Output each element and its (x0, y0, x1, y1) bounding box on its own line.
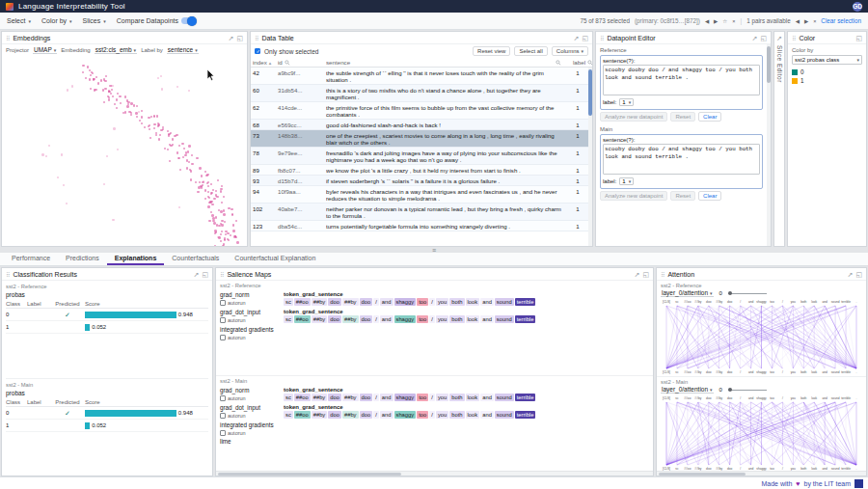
drag-handle-icon[interactable]: ⠿ (6, 35, 10, 41)
autorun-checkbox[interactable] (220, 317, 226, 323)
autorun-checkbox[interactable] (220, 335, 226, 340)
color-by-select[interactable]: sst2 probas class ▾ (792, 55, 862, 65)
head-slider[interactable] (728, 390, 767, 391)
editor-groups: Referencesentence(?):scooby dooby doo / … (596, 44, 771, 246)
sentence-textarea[interactable]: scooby dooby doo / and shaggy too / you … (603, 65, 760, 95)
table-row[interactable]: 10240abe7...neither parker nor donovan i… (251, 204, 592, 221)
salience-method-cell: grad_normautorun (220, 387, 284, 402)
maximize-icon[interactable]: ◱ (760, 35, 767, 41)
sentence-textarea[interactable]: scooby dooby doo / and shaggy too / you … (603, 144, 760, 175)
column-header-sentence[interactable]: sentence (326, 59, 573, 66)
popout-icon[interactable]: ↗ (635, 271, 640, 278)
table-row[interactable]: 89fb8c07...we know the plot 's a little … (251, 165, 592, 176)
scrollbar-thumb[interactable] (659, 473, 746, 475)
color-by-menu[interactable]: Color by ▾ (41, 17, 72, 24)
table-row[interactable]: 42a9bc9f...the subtle strength of `` ell… (251, 68, 592, 85)
maximize-icon[interactable]: ◱ (236, 35, 243, 41)
clear-button[interactable]: Clear (698, 112, 721, 122)
tab-explanations[interactable]: Explanations (107, 253, 165, 265)
table-row[interactable]: 9410f9aa...byler reveals his characters … (251, 186, 592, 204)
search-icon[interactable] (556, 60, 561, 66)
scrollbar-thumb[interactable] (588, 69, 592, 116)
columns-button[interactable]: Columns▾ (552, 46, 588, 56)
column-header-index[interactable]: index ▴ (253, 59, 278, 66)
table-row[interactable]: 789e79ee...fresnadillo 's dark and jolti… (251, 148, 592, 165)
popout-icon[interactable]: ↗ (229, 35, 234, 41)
drag-handle-icon[interactable]: ⠿ (6, 271, 10, 278)
maximize-icon[interactable]: ◱ (582, 35, 588, 41)
clear-selection-button[interactable]: Clear selection (821, 17, 861, 24)
tab-performance[interactable]: Performance (4, 253, 58, 265)
maximize-icon[interactable]: ◱ (642, 271, 649, 278)
horizontal-scrollbar[interactable] (657, 471, 866, 475)
head-slider[interactable] (728, 293, 767, 294)
autorun-checkbox[interactable] (220, 395, 226, 401)
search-icon[interactable] (285, 60, 290, 66)
drag-handle-icon[interactable]: ⠿ (220, 271, 224, 278)
scrollbar-thumb[interactable] (767, 46, 771, 83)
label-select[interactable]: 1▾ (619, 177, 634, 185)
only-show-selected-checkbox[interactable] (255, 48, 260, 54)
drag-handle-icon[interactable]: ⠿ (661, 271, 665, 278)
autorun-control: autorun (220, 413, 282, 419)
search-icon[interactable] (587, 60, 593, 66)
embedding-select[interactable]: sst2:cls_emb ▾ (95, 46, 137, 54)
drag-handle-icon[interactable]: ⠿ (792, 35, 796, 41)
layer-select[interactable]: layer_0/attention▾ (661, 386, 714, 394)
horizontal-scrollbar[interactable] (216, 471, 653, 475)
clear-button[interactable]: Clear (698, 191, 721, 201)
scrollbar-thumb[interactable] (218, 473, 401, 475)
autorun-checkbox[interactable] (220, 413, 226, 419)
reset-view-button[interactable]: Reset view (473, 46, 510, 56)
drag-handle-icon[interactable]: ⠿ (255, 35, 258, 41)
table-row[interactable]: 93d15b7d...if steven soderbergh 's `` so… (251, 176, 592, 186)
token-chip: sound (495, 394, 514, 401)
table-row[interactable]: 6031db54...this is a story of two misfit… (251, 85, 592, 102)
column-header-id[interactable]: id (278, 59, 326, 66)
layer-select[interactable]: layer_0/attention▾ (661, 289, 714, 297)
table-row[interactable]: 68e569cc...good old-fashioned slash-and-… (251, 120, 592, 130)
projector-select[interactable]: UMAP ▾ (33, 46, 57, 54)
maximize-icon[interactable]: ◱ (855, 271, 862, 278)
label-select[interactable]: 1▾ (619, 98, 634, 106)
user-avatar[interactable]: GD (853, 2, 862, 12)
table-scrollbar[interactable] (588, 68, 592, 246)
unset-primary-icon[interactable]: × (732, 18, 735, 24)
select-all-button[interactable]: Select all (514, 46, 547, 56)
reset-button[interactable]: Reset (670, 191, 695, 201)
autorun-checkbox[interactable] (220, 300, 226, 306)
popout-icon[interactable]: ↗ (194, 271, 200, 278)
table-row[interactable]: 123dba54c...turns potentially forgettabl… (251, 221, 592, 231)
embeddings-scatter[interactable] (2, 56, 247, 246)
maximize-icon[interactable]: ◱ (855, 35, 862, 41)
tab-predictions[interactable]: Predictions (58, 253, 107, 265)
popout-icon[interactable]: ↗ (752, 35, 758, 41)
table-row[interactable]: 73148b38...one of the creepiest , scarie… (251, 130, 592, 148)
tab-counterfactual-explanation[interactable]: Counterfactual Explanation (227, 253, 323, 265)
prev-pair-icon[interactable]: ◀ (796, 18, 800, 24)
reset-button[interactable]: Reset (670, 112, 695, 122)
popout-icon[interactable]: ↗ (848, 271, 854, 278)
tab-counterfactuals[interactable]: Counterfactuals (164, 253, 227, 265)
label-by-select[interactable]: sentence ▾ (167, 46, 199, 54)
editor-scrollbar[interactable] (767, 44, 771, 246)
compare-datapoints-toggle[interactable] (181, 17, 196, 24)
slices-menu[interactable]: Slices ▾ (83, 17, 106, 24)
analyze-new-datapoint-button[interactable]: Analyze new datapoint (600, 112, 667, 122)
autorun-checkbox[interactable] (220, 430, 226, 436)
next-pair-icon[interactable]: ▶ (804, 18, 808, 24)
select-menu[interactable]: Select ▾ (7, 17, 31, 24)
drag-handle-icon[interactable]: ⠿ (600, 35, 604, 41)
token-chip: / (429, 411, 435, 419)
analyze-new-datapoint-button[interactable]: Analyze new datapoint (600, 191, 667, 201)
clear-pairs-icon[interactable]: × (813, 18, 816, 24)
table-row[interactable]: 62414cde...the primitive force of this f… (251, 102, 592, 120)
popout-icon[interactable]: ↗ (574, 35, 580, 41)
slice-editor-collapsed-tab[interactable]: ↗ Slice Editor (773, 31, 785, 247)
expand-icon[interactable]: ↗ (776, 35, 782, 41)
prev-datapoint-icon[interactable]: ◀ (705, 18, 709, 24)
maximize-icon[interactable]: ◱ (202, 271, 208, 278)
column-header-label[interactable]: label (573, 59, 590, 66)
next-datapoint-icon[interactable]: ▶ (714, 18, 718, 24)
pin-datapoint-icon[interactable]: ☆ (722, 18, 727, 24)
